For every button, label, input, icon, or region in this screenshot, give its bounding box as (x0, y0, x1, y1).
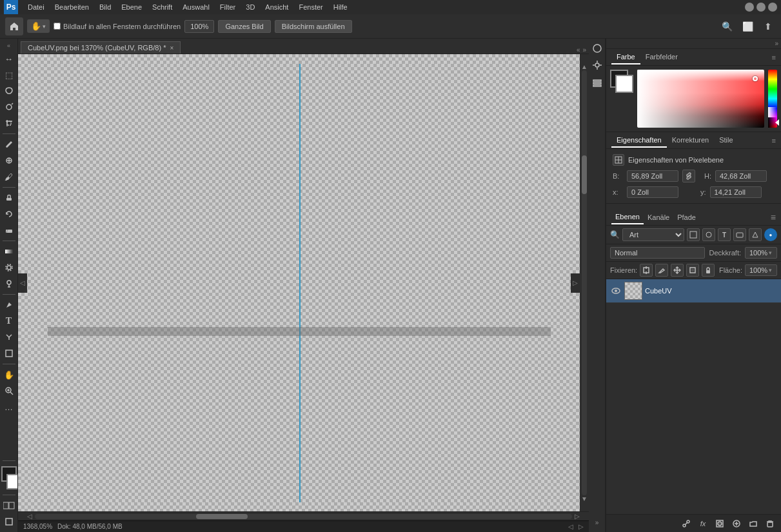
channels-tab[interactable]: Kanäle (644, 211, 673, 224)
filter-adjust-icon[interactable] (702, 228, 715, 241)
layer-visibility-icon[interactable] (610, 285, 622, 297)
panel-collapse-top[interactable]: » (606, 39, 781, 49)
ganzes-bild-button[interactable]: Ganzes Bild (218, 20, 270, 33)
search-icon[interactable]: 🔍 (719, 19, 735, 34)
menu-bearbeiten[interactable]: Bearbeiten (50, 2, 94, 12)
menu-3d[interactable]: 3D (241, 2, 259, 12)
color-squares[interactable] (610, 70, 633, 93)
opacity-input[interactable]: 100% ▾ (745, 247, 777, 259)
minimize-button[interactable] (745, 3, 754, 12)
color-tab[interactable]: Farbe (611, 50, 640, 64)
zoom-button[interactable] (1, 383, 17, 399)
screen-mode-button[interactable] (1, 514, 17, 529)
v-scroll-track[interactable] (582, 70, 587, 495)
v-scroll-thumb[interactable] (582, 155, 587, 194)
stamp-button[interactable] (1, 190, 17, 206)
share-icon[interactable]: ⬆ (760, 19, 776, 34)
right-icon-layers[interactable] (590, 75, 604, 89)
dodge-button[interactable] (1, 276, 17, 291)
canvas-nav-left[interactable]: ◁ (18, 273, 27, 293)
close-button[interactable] (768, 3, 777, 12)
fix-transform-icon[interactable] (686, 264, 699, 277)
color-selector[interactable] (0, 466, 18, 489)
swatches-tab[interactable]: Farbfelder (640, 50, 683, 64)
background-color-swatch[interactable] (615, 75, 633, 93)
vertical-scrollbar[interactable]: ▲ ▼ (580, 54, 589, 511)
paths-tab[interactable]: Pfade (673, 211, 700, 224)
menu-fenster[interactable]: Fenster (294, 2, 327, 12)
menu-ansicht[interactable]: Ansicht (261, 2, 293, 12)
h-scroll-right-arrow[interactable]: ▷ (575, 513, 580, 520)
eyedropper-button[interactable] (1, 137, 17, 152)
color-panel-menu-icon[interactable]: ≡ (772, 54, 776, 61)
maximize-button[interactable] (756, 3, 766, 12)
extra-tools-button[interactable]: … (1, 399, 17, 415)
h-scroll-track[interactable] (35, 514, 572, 519)
shape-button[interactable] (1, 346, 17, 361)
brush-button[interactable]: 🖌 (1, 169, 17, 184)
status-nav-right[interactable]: ▷ (578, 523, 584, 530)
move-tool-button[interactable]: ↔ (1, 51, 17, 66)
h-value[interactable]: 42,68 Zoll (715, 170, 767, 182)
document-tab[interactable]: CubeUV.png bei 1370% (CubeUV, RGB/8) * × (21, 41, 181, 54)
v-scroll-down-arrow[interactable]: ▼ (581, 495, 588, 502)
layers-folder-icon[interactable] (746, 517, 760, 531)
panel-collapse-left-icon[interactable]: « (577, 46, 580, 54)
menu-datei[interactable]: Datei (23, 2, 49, 12)
props-panel-menu-icon[interactable]: ≡ (772, 137, 776, 144)
blend-mode-select[interactable]: Normal (610, 247, 705, 259)
filter-text-icon[interactable]: T (718, 228, 731, 241)
menu-hilfe[interactable]: Hilfe (329, 2, 352, 12)
crop-button[interactable] (1, 115, 17, 131)
path-select-button[interactable] (1, 330, 17, 345)
background-color[interactable] (6, 474, 18, 489)
hand-tool-button[interactable]: ✋ ▾ (27, 19, 50, 33)
layers-link-icon[interactable] (679, 517, 693, 531)
link-button[interactable] (682, 170, 695, 182)
styles-tab[interactable]: Stile (714, 133, 738, 148)
menu-auswahl[interactable]: Auswahl (178, 2, 214, 12)
canvas-area[interactable]: ◁ ▷ (18, 54, 580, 511)
quick-select-button[interactable] (1, 99, 17, 115)
color-gradient-picker[interactable] (637, 70, 764, 128)
bildlauf-checkbox[interactable] (54, 23, 61, 30)
area-input[interactable]: 100% ▾ (745, 264, 777, 276)
x-value[interactable]: 0 Zoll (627, 186, 678, 198)
history-brush-button[interactable] (1, 206, 17, 222)
menu-filter[interactable]: Filter (215, 2, 240, 12)
layers-tab[interactable]: Ebenen (611, 210, 644, 224)
fix-brush-icon[interactable] (655, 264, 668, 277)
selection-rect-button[interactable]: ⬚ (1, 67, 17, 83)
blur-button[interactable] (1, 260, 17, 275)
layers-fx-icon[interactable]: fx (696, 517, 710, 531)
pen-button[interactable] (1, 297, 17, 313)
layers-mask-icon[interactable] (713, 517, 727, 531)
properties-tab[interactable]: Eigenschaften (611, 133, 667, 148)
filter-smart-icon[interactable] (749, 228, 762, 241)
healing-brush-button[interactable] (1, 153, 17, 168)
gradient-button[interactable] (1, 244, 17, 259)
filter-pixel-icon[interactable] (687, 228, 700, 241)
type-button[interactable]: T (1, 313, 17, 329)
menu-bild[interactable]: Bild (95, 2, 115, 12)
canvas-nav-right[interactable]: ▷ (571, 273, 580, 293)
right-icon-collapse[interactable]: » (590, 515, 604, 529)
bildschirm-ausfuellen-button[interactable]: Bildschirm ausfüllen (275, 20, 352, 33)
filter-shape-icon[interactable] (733, 228, 746, 241)
filter-toggle-icon[interactable]: ● (764, 228, 777, 241)
color-spectrum-bar[interactable] (768, 70, 777, 128)
h-scroll-thumb[interactable] (196, 514, 248, 519)
menu-schrift[interactable]: Schrift (148, 2, 177, 12)
tab-close-button[interactable]: × (170, 44, 173, 52)
layers-search-input[interactable]: Art (622, 228, 684, 241)
hand-canvas-button[interactable]: ✋ (1, 367, 17, 382)
right-icon-color[interactable] (590, 41, 604, 55)
lasso-button[interactable] (1, 83, 17, 99)
layer-row[interactable]: CubeUV (606, 279, 781, 303)
tools-collapse-arrow[interactable]: « (3, 41, 15, 50)
h-scroll-left-arrow[interactable]: ◁ (27, 513, 32, 520)
menu-ebene[interactable]: Ebene (117, 2, 146, 12)
zoom-display[interactable]: 100% (184, 20, 214, 33)
layers-panel-menu-icon[interactable]: ≡ (771, 212, 776, 222)
home-button[interactable] (5, 17, 23, 35)
